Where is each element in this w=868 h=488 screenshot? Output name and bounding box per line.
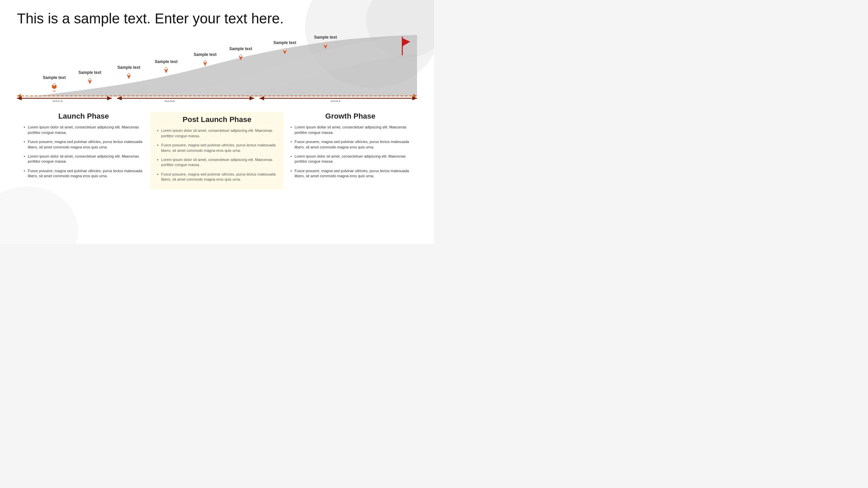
main-content: This is a sample text. Enter your text h… bbox=[0, 0, 434, 197]
svg-text:2019: 2019 bbox=[52, 100, 63, 102]
svg-point-4 bbox=[53, 90, 56, 92]
timeline-area: Sample text Sample text Sample text bbox=[17, 34, 417, 108]
svg-text:Sample text: Sample text bbox=[314, 35, 337, 40]
svg-text:Sample text: Sample text bbox=[43, 75, 65, 80]
list-item: Lorem ipsum dolor sit amet, consectetuer… bbox=[157, 128, 277, 139]
growth-phase-column: Growth Phase Lorem ipsum dollar sit amet… bbox=[284, 112, 417, 189]
svg-text:Sample text: Sample text bbox=[155, 59, 177, 64]
svg-marker-28 bbox=[117, 96, 122, 100]
columns-container: Launch Phase Lorem ipsum dolor sit amet,… bbox=[17, 112, 417, 189]
list-item: Lorem ipsum dolor sit amet, consectetuer… bbox=[24, 125, 143, 135]
svg-marker-29 bbox=[250, 96, 254, 100]
post-launch-phase-title: Post Launch Phase bbox=[157, 115, 277, 124]
svg-point-11 bbox=[165, 68, 167, 70]
list-item: Fusce posuere, magna sed pulvinar ultric… bbox=[157, 172, 277, 182]
list-item: Fusce posuere, magna sed pulvinar ultric… bbox=[291, 139, 410, 150]
svg-point-19 bbox=[324, 43, 327, 45]
page-title: This is a sample text. Enter your text h… bbox=[17, 10, 417, 27]
svg-text:2021: 2021 bbox=[330, 100, 341, 102]
list-item: Lorem ipsum dolor sit amet, consectetuer… bbox=[157, 157, 277, 168]
svg-marker-37 bbox=[403, 38, 410, 46]
launch-phase-title: Launch Phase bbox=[24, 112, 143, 121]
svg-point-5 bbox=[53, 84, 55, 86]
svg-text:Sample text: Sample text bbox=[194, 52, 216, 57]
list-item: Lorem ipsum dollar sit amet, consectetue… bbox=[291, 125, 410, 135]
pin-5: Sample text bbox=[194, 52, 216, 66]
list-item: Fusce posuere, magna sed pulvinar ultric… bbox=[24, 139, 143, 150]
svg-point-9 bbox=[128, 74, 130, 76]
launch-phase-list: Lorem ipsum dolor sit amet, consectetuer… bbox=[24, 125, 143, 179]
slide: This is a sample text. Enter your text h… bbox=[0, 0, 434, 244]
svg-point-17 bbox=[284, 49, 286, 51]
pin-1: Sample text bbox=[43, 75, 65, 92]
svg-marker-31 bbox=[259, 96, 264, 100]
svg-text:2020: 2020 bbox=[164, 100, 175, 102]
growth-phase-title: Growth Phase bbox=[291, 112, 410, 121]
svg-point-7 bbox=[89, 79, 91, 81]
pin-4: Sample text bbox=[155, 59, 177, 73]
list-item: Lorem ipsum dolor sit amet, consectetuer… bbox=[24, 154, 143, 164]
pin-3: Sample text bbox=[117, 65, 140, 79]
svg-point-15 bbox=[240, 55, 242, 57]
svg-text:Sample text: Sample text bbox=[229, 46, 252, 51]
pin-2: Sample text bbox=[78, 70, 101, 84]
list-item: Lorem ipsum dolor sit amet, consectetuer… bbox=[291, 154, 410, 164]
svg-text:Sample text: Sample text bbox=[78, 70, 101, 75]
list-item: Fusce posuere, magna sed pulvinar ultric… bbox=[157, 143, 277, 153]
list-item: Fusce posuere, magna sed pulvinar ultric… bbox=[24, 168, 143, 179]
post-launch-phase-list: Lorem ipsum dolor sit amet, consectetuer… bbox=[157, 128, 277, 182]
svg-marker-26 bbox=[107, 96, 112, 100]
svg-text:Sample text: Sample text bbox=[117, 65, 140, 70]
flag-icon bbox=[398, 37, 412, 55]
post-launch-phase-column: Post Launch Phase Lorem ipsum dolor sit … bbox=[150, 112, 283, 189]
svg-point-13 bbox=[204, 61, 206, 63]
growth-curve: Sample text Sample text Sample text bbox=[17, 34, 417, 102]
growth-phase-list: Lorem ipsum dollar sit amet, consectetue… bbox=[291, 125, 410, 179]
svg-rect-36 bbox=[402, 37, 403, 55]
svg-text:Sample text: Sample text bbox=[273, 40, 296, 45]
list-item: Fusce posuere, magna sed pulvinar ultric… bbox=[291, 168, 410, 179]
launch-phase-column: Launch Phase Lorem ipsum dolor sit amet,… bbox=[17, 112, 150, 189]
